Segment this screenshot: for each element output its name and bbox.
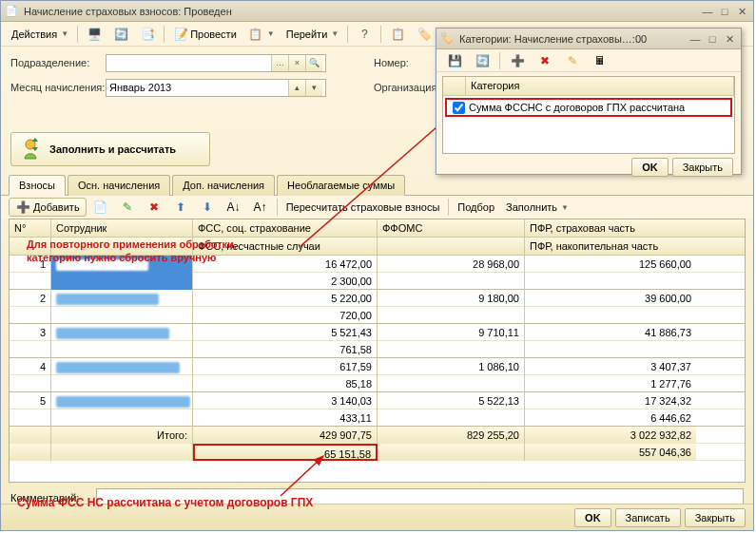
table-row[interactable]: 25 220,009 180,0039 600,00 — [10, 290, 745, 307]
cat-add-button[interactable]: ➕ — [505, 51, 530, 70]
plus-icon: ➕ — [15, 200, 30, 215]
grid-header-row1: N° Сотрудник ФСС, соц. страхование ФФОМС… — [10, 219, 745, 238]
sort-desc-icon: A↑ — [253, 200, 268, 215]
cat-col-header[interactable]: Категория — [466, 77, 734, 95]
cat-grid-header: Категория — [443, 77, 734, 96]
tb-btn-2[interactable]: 🔄 — [108, 25, 133, 44]
help-button[interactable]: ? — [352, 25, 377, 44]
tb-btn-1[interactable]: 🖥️ — [82, 25, 107, 44]
recalc-button[interactable]: Пересчитать страховые взносы — [281, 198, 445, 217]
save-button[interactable]: Записать — [615, 508, 681, 527]
actions-menu[interactable]: Действия▼ — [7, 25, 73, 44]
table-row[interactable]: 53 140,035 522,1317 324,32 — [10, 392, 745, 409]
sheet-icon: 📋 — [390, 27, 405, 42]
cat-close-button[interactable]: ✕ — [722, 32, 737, 46]
cat-edit-button[interactable]: ✎ — [560, 51, 585, 70]
separator — [277, 199, 278, 216]
separator — [448, 199, 449, 216]
ellipsis-button[interactable]: … — [271, 55, 288, 71]
col-fss1[interactable]: ФСС, соц. страхование — [193, 219, 378, 237]
table-row[interactable]: 720,00 — [10, 307, 745, 324]
table-row[interactable]: 85,181 277,76 — [10, 375, 745, 392]
post-icon: 📝 — [173, 27, 188, 42]
tb-btn-3[interactable]: 📑 — [135, 25, 160, 44]
tab-add-accruals[interactable]: Доп. начисления — [172, 175, 275, 196]
grid-body: 116 472,0028 968,00125 660,002 300,0025 … — [10, 256, 745, 427]
fill-calc-icon — [19, 138, 42, 161]
annotation-1: Для повторного применения обработки, кат… — [27, 238, 237, 265]
table-row[interactable]: 433,116 446,62 — [10, 409, 745, 427]
close-button-bottom[interactable]: Закрыть — [685, 508, 746, 527]
doc-action-icon: 📋 — [248, 27, 263, 42]
maximize-button[interactable]: □ — [717, 5, 732, 18]
table-row[interactable]: 761,58 — [10, 341, 745, 358]
gt-down[interactable]: ⬇ — [195, 198, 220, 217]
fill-menu[interactable]: Заполнить▼ — [501, 198, 573, 217]
lookup-button[interactable]: 🔍 — [305, 55, 322, 71]
cat-maximize-button[interactable]: □ — [705, 32, 720, 46]
goto-menu[interactable]: Перейти▼ — [281, 25, 344, 44]
fill-calculate-button[interactable]: Заполнить и рассчитать — [10, 132, 210, 166]
gt-up[interactable]: ⬆ — [168, 198, 193, 217]
cat-ok-button[interactable]: OK — [631, 158, 669, 177]
col-pfr2[interactable]: ПФР, накопительная часть — [525, 238, 696, 255]
close-button[interactable]: ✕ — [734, 5, 749, 18]
down-icon: ⬇ — [200, 200, 215, 215]
gt-sort-asc[interactable]: A↓ — [222, 198, 246, 217]
help-icon: ? — [357, 27, 372, 42]
post-button[interactable]: 📝Провести — [168, 25, 242, 44]
refresh-icon: 🔄 — [113, 27, 128, 42]
tb-btn-6[interactable]: 🏷️ — [412, 25, 436, 44]
calc-icon: 🖩 — [592, 53, 608, 68]
col-emp[interactable]: Сотрудник — [51, 219, 193, 237]
cat-refresh-button[interactable]: 🔄 — [470, 51, 494, 70]
main-title: Начисление страховых взносов: Проведен — [20, 6, 698, 17]
tab-nontaxable[interactable]: Необлагаемые суммы — [277, 175, 405, 196]
dept-input[interactable]: … × 🔍 — [106, 54, 326, 72]
tb-btn-4[interactable]: 📋▼ — [243, 25, 280, 44]
cat-minimize-button[interactable]: — — [688, 32, 703, 46]
gt-sort-desc[interactable]: A↑ — [248, 198, 273, 217]
main-titlebar: 📄 Начисление страховых взносов: Проведен… — [1, 1, 753, 22]
table-row[interactable]: 4617,591 086,103 407,37 — [10, 358, 745, 375]
cat-item-row[interactable]: Сумма ФССНС с договоров ГПХ рассчитана — [445, 98, 732, 117]
cat-calc-button[interactable]: 🖩 — [588, 51, 612, 70]
table-row[interactable]: 35 521,439 710,1141 886,73 — [10, 324, 745, 341]
categories-window: 🏷️ Категории: Начисление страховы…:00 — … — [436, 28, 742, 175]
clear-button[interactable]: × — [288, 55, 305, 71]
highlighted-total: 65 151,58 — [193, 444, 378, 461]
tb-btn-5[interactable]: 📋 — [385, 25, 410, 44]
cat-checkbox[interactable] — [453, 102, 465, 114]
sort-asc-icon: A↓ — [226, 200, 242, 215]
cat-save-button[interactable]: 💾 — [442, 51, 467, 70]
ok-button[interactable]: OK — [574, 508, 611, 527]
spin-down-button[interactable]: ▾ — [305, 80, 322, 96]
tab-main-accruals[interactable]: Осн. начисления — [68, 175, 170, 196]
annotation-2: Сумма ФСС НС рассчитана с учетом договор… — [17, 496, 313, 511]
col-ffoms[interactable]: ФФОМС — [378, 219, 525, 237]
diskette-icon: 💾 — [447, 53, 462, 68]
tab-contributions[interactable]: Взносы — [9, 175, 66, 196]
cat-delete-button[interactable]: ✖ — [533, 51, 557, 70]
tag-icon: 🏷️ — [417, 27, 432, 42]
totals-row2: 65 151,58 557 046,36 — [10, 444, 745, 461]
minimize-button[interactable]: — — [700, 5, 715, 18]
nav-icon: 📑 — [140, 27, 155, 42]
gt-edit[interactable]: ✎ — [115, 198, 140, 217]
col-pfr1[interactable]: ПФР, страховая часть — [525, 219, 696, 237]
up-icon: ⬆ — [173, 200, 188, 215]
table-row[interactable]: 2 300,00 — [10, 273, 745, 290]
gt-delete[interactable]: ✖ — [142, 198, 166, 217]
cat-grid[interactable]: Категория Сумма ФССНС с договоров ГПХ ра… — [442, 76, 735, 154]
add-row-button[interactable]: ➕Добавить — [9, 198, 87, 217]
gt-btn-1[interactable]: 📄 — [88, 198, 113, 217]
cat-titlebar: 🏷️ Категории: Начисление страховы…:00 — … — [436, 29, 741, 49]
spin-up-button[interactable]: ▴ — [288, 80, 305, 96]
plus-icon: ➕ — [510, 53, 525, 68]
month-label: Месяц начисления: — [10, 82, 106, 93]
col-num[interactable]: N° — [10, 219, 51, 237]
edit-icon: ✎ — [120, 200, 135, 215]
select-button[interactable]: Подбор — [453, 198, 499, 217]
month-input[interactable]: Январь 2013 ▴ ▾ — [106, 79, 326, 97]
cat-close-button-bottom[interactable]: Закрыть — [672, 158, 733, 177]
